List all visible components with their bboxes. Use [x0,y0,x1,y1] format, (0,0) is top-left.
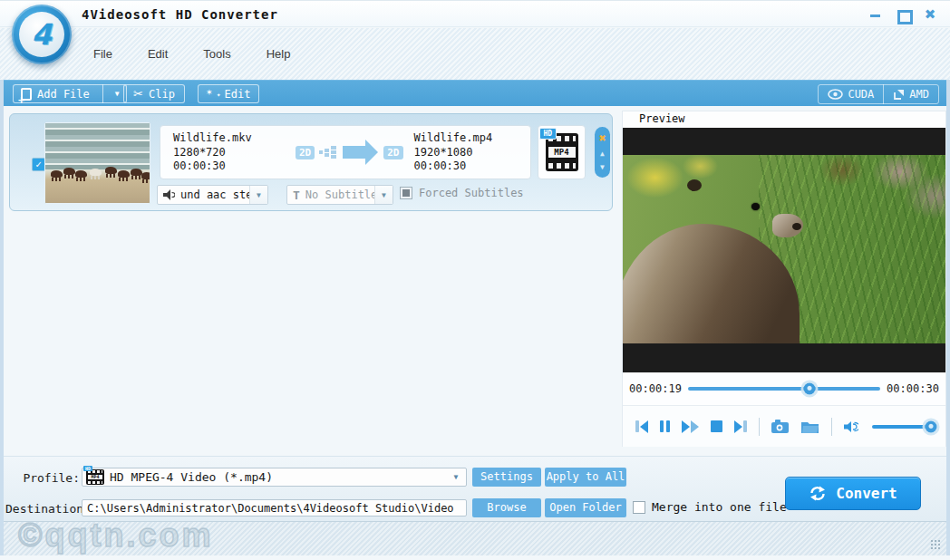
file-thumbnail[interactable] [44,122,150,204]
volume-knob[interactable] [925,420,936,432]
convert-button[interactable]: Convert [785,477,921,510]
item-controls-pill: ✖ ▲ ▼ [595,127,610,178]
speaker-icon [163,189,175,200]
destination-input[interactable] [82,499,467,517]
volume-icon [844,420,858,433]
watermark-text: ©qqtn.com [18,517,214,555]
marmot-subject [623,183,800,343]
profile-label: Profile: [5,471,80,485]
destination-label: Destination: [5,502,80,516]
preview-video-area[interactable] [623,128,945,372]
move-down-icon[interactable]: ▼ [600,164,605,171]
app-window: 4Videosoft HD Converter ✖ File Edit Tool… [0,0,950,560]
output-format-card[interactable]: MP4 HD [538,125,586,179]
status-bar: ©qqtn.com [4,521,946,555]
scissors-icon: ✂ [133,88,143,100]
open-output-folder-button[interactable] [801,420,819,434]
previous-frame-button[interactable] [635,420,648,434]
add-file-icon [21,88,32,101]
minimize-button[interactable] [868,8,883,21]
menu-edit[interactable]: Edit [144,45,171,63]
add-file-button[interactable]: Add File ▼ [13,84,127,103]
forced-subtitles-checkbox[interactable]: Forced Subtitles [400,187,524,199]
menu-bar: File Edit Tools Help [0,28,950,80]
edit-label: Edit [225,88,251,101]
subtitle-value: No Subtitle [305,188,374,201]
profile-dropdown-arrow-icon[interactable]: ▼ [446,473,466,481]
menu-file[interactable]: File [90,45,116,63]
media-info-card[interactable]: Wildlife.mkv 1280*720 00:00:30 2D 2D Wil… [160,125,531,179]
file-checkbox[interactable]: ✓ [32,158,45,171]
apply-to-all-button[interactable]: Apply to All [545,468,626,487]
folder-icon [801,420,819,433]
cuda-toggle[interactable]: CUDA [819,88,883,101]
settings-button[interactable]: Settings [472,468,541,487]
next-frame-button[interactable] [734,420,747,434]
source-filename: Wildlife.mkv [173,131,296,145]
snapshot-button[interactable] [771,420,790,434]
arrow-right-icon [343,146,366,159]
pause-button[interactable] [660,420,670,434]
subtitle-t-icon: T [293,188,300,202]
convert-arrows-icon [809,486,827,501]
seek-slider[interactable] [688,372,880,405]
sparkle-icon: ✶ ✦ [207,88,219,101]
cuda-label: CUDA [848,88,874,101]
preview-panel: Preview 00:00:19 00:00:30 [622,111,946,447]
fast-forward-button[interactable] [682,420,699,434]
menu-items: File Edit Tools Help [90,45,294,63]
profile-value: HD MPEG-4 Video (*.mp4) [110,470,446,484]
window-edge-right [946,80,950,555]
total-time: 00:00:30 [880,382,945,395]
preview-video-frame [623,155,945,343]
remove-item-icon[interactable]: ✖ [598,133,606,143]
merge-checkbox[interactable]: Merge into one file [633,500,787,514]
playback-controls [623,406,945,447]
subtitle-dropdown-arrow-icon[interactable]: ▼ [374,186,393,204]
target-info: Wildlife.mp4 1920*1080 00:00:30 [414,131,493,173]
forced-subtitles-label: Forced Subtitles [419,187,524,199]
clip-button[interactable]: ✂ Clip [123,84,185,103]
clip-label: Clip [149,88,175,101]
mp4-film-icon: MP4 HD [546,133,578,171]
target-2d-badge: 2D [383,146,402,159]
add-file-label: Add File [37,88,90,101]
resize-grip[interactable] [930,539,942,551]
target-duration: 00:00:30 [414,159,493,173]
gpu-acceleration-group: CUDA AMD [818,84,939,104]
source-info: Wildlife.mkv 1280*720 00:00:30 [173,131,296,173]
merge-checkbox-box[interactable] [633,501,645,514]
source-resolution: 1280*720 [173,146,296,159]
menu-tools[interactable]: Tools [199,45,234,63]
seek-knob[interactable] [803,383,815,395]
window-edge-left [0,80,4,555]
audio-track-select[interactable]: und aac ster ▼ [157,185,268,205]
move-up-icon[interactable]: ▲ [600,150,605,158]
title-bar: 4Videosoft HD Converter ✖ [0,0,950,27]
subtitle-select[interactable]: T No Subtitle ▼ [286,185,393,205]
amd-arrow-icon [893,89,905,101]
stop-button[interactable] [711,420,722,434]
merge-label: Merge into one file [652,500,787,514]
app-logo-icon: 4 [12,5,72,64]
close-button[interactable]: ✖ [923,8,937,21]
preview-timeline: 00:00:19 00:00:30 [623,372,945,406]
edit-button[interactable]: ✶ ✦ Edit [198,84,259,103]
current-time: 00:00:19 [623,382,688,395]
browse-button[interactable]: Browse [472,498,541,517]
volume-slider[interactable] [872,420,933,434]
logo-numeral: 4 [32,17,52,52]
audio-dropdown-arrow-icon[interactable]: ▼ [249,186,267,204]
forced-subtitles-box[interactable] [400,187,412,199]
amd-toggle[interactable]: AMD [884,88,938,101]
profile-select[interactable]: MP4 HD HD MPEG-4 Video (*.mp4) ▼ [82,468,467,487]
mute-button[interactable] [844,420,858,434]
maximize-button[interactable] [896,8,910,21]
convert-label: Convert [836,485,897,502]
menu-help[interactable]: Help [263,45,295,63]
output-settings-panel: Profile: MP4 HD HD MPEG-4 Video (*.mp4) … [4,456,946,521]
source-2d-badge: 2D [296,146,315,159]
hd-badge: HD [539,128,557,140]
open-folder-button[interactable]: Open Folder [545,498,626,517]
conversion-arrow-graphic: 2D 2D [296,146,403,159]
